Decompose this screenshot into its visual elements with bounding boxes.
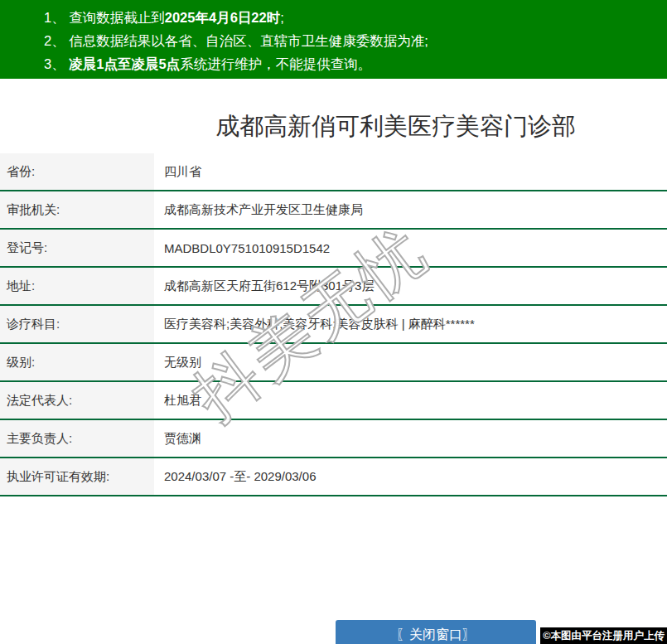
- table-row-main-person-in-charge: 主要负责人: 贾德渊: [0, 420, 667, 458]
- row-label: 级别:: [0, 344, 154, 380]
- notice-line-3-number: 3、: [44, 56, 69, 71]
- row-value: 医疗美容科;美容外科;美容牙科;美容皮肤科 | 麻醉科******: [154, 306, 667, 342]
- notice-line-2: 2、 信息数据结果以各省、自治区、直辖市卫生健康委数据为准;: [0, 29, 667, 52]
- row-label: 法定代表人:: [0, 382, 154, 419]
- table-row-address: 地址: 成都高新区天府五街612号附301号3层: [0, 268, 667, 306]
- table-row-registration-number: 登记号: MADBDL0Y751010915D1542: [0, 230, 667, 268]
- row-value: 成都高新技术产业开发区卫生健康局: [154, 191, 667, 228]
- notice-line-3: 3、 凌晨1点至凌晨5点系统进行维护，不能提供查询。: [0, 52, 667, 75]
- row-label: 诊疗科目:: [0, 306, 154, 342]
- row-label: 登记号:: [0, 230, 154, 266]
- notice-line-2-number: 2、: [44, 33, 69, 48]
- page-title: 成都高新俏可利美医疗美容门诊部: [0, 109, 667, 143]
- row-value: MADBDL0Y751010915D1542: [154, 230, 667, 266]
- table-row-legal-representative: 法定代表人: 杜旭君: [0, 382, 667, 420]
- table-row-approval-authority: 审批机关: 成都高新技术产业开发区卫生健康局: [0, 191, 667, 230]
- notice-line-3-bold: 凌晨1点至凌晨5点: [69, 56, 180, 71]
- row-value: 杜旭君: [154, 382, 667, 419]
- notice-header: 1、 查询数据截止到2025年4月6日22时; 2、 信息数据结果以各省、自治区…: [0, 0, 667, 79]
- table-row-license-validity: 执业许可证有效期: 2024/03/07 -至- 2029/03/06: [0, 458, 667, 496]
- table-row-level: 级别: 无级别: [0, 344, 667, 382]
- row-value: 成都高新区天府五街612号附301号3层: [154, 268, 667, 304]
- notice-line-1-bold: 2025年4月6日22时: [165, 10, 280, 25]
- row-label: 主要负责人:: [0, 420, 154, 457]
- table-row-treatment-subjects: 诊疗科目: 医疗美容科;美容外科;美容牙科;美容皮肤科 | 麻醉科******: [0, 306, 667, 344]
- row-value: 贾德渊: [154, 420, 667, 457]
- row-label: 审批机关:: [0, 191, 154, 228]
- table-row-province: 省份: 四川省: [0, 153, 667, 191]
- notice-line-1: 1、 查询数据截止到2025年4月6日22时;: [0, 6, 667, 29]
- notice-line-2-text: 信息数据结果以各省、自治区、直辖市卫生健康委数据为准;: [69, 33, 428, 48]
- upload-credit-badge: ©本图由平台注册用户上传: [540, 627, 667, 644]
- row-label: 执业许可证有效期:: [0, 458, 154, 495]
- notice-line-3-suffix: 系统进行维护，不能提供查询。: [180, 56, 371, 71]
- row-value: 四川省: [154, 153, 667, 190]
- close-window-button[interactable]: 〖关闭窗口〗: [336, 620, 536, 644]
- institution-info-table: 省份: 四川省 审批机关: 成都高新技术产业开发区卫生健康局 登记号: MADB…: [0, 153, 667, 496]
- notice-line-1-suffix: ;: [280, 10, 284, 25]
- row-label: 地址:: [0, 268, 154, 304]
- row-value: 无级别: [154, 344, 667, 380]
- row-label: 省份:: [0, 153, 154, 190]
- notice-line-1-text: 查询数据截止到: [69, 10, 165, 25]
- notice-line-1-number: 1、: [44, 10, 69, 25]
- row-value: 2024/03/07 -至- 2029/03/06: [154, 458, 667, 495]
